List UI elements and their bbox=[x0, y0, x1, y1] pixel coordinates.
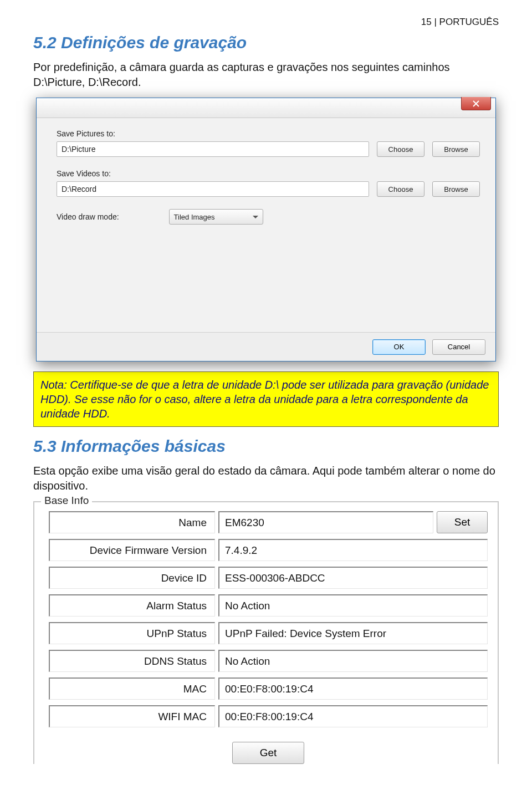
get-button[interactable]: Get bbox=[232, 742, 304, 764]
chevron-down-icon bbox=[253, 216, 258, 218]
save-pictures-label: Save Pictures to: bbox=[57, 129, 480, 138]
bi-label-mac: MAC bbox=[49, 677, 215, 700]
bi-label-wifimac: WIFI MAC bbox=[49, 705, 215, 727]
base-info-row-wifimac: WIFI MAC 00:E0:F8:00:19:C4 bbox=[49, 705, 488, 727]
save-videos-input[interactable]: D:\Record bbox=[57, 181, 369, 197]
set-button[interactable]: Set bbox=[437, 511, 488, 533]
bi-input-name[interactable] bbox=[218, 511, 433, 533]
video-draw-mode-label: Video draw mode: bbox=[57, 212, 119, 221]
base-info-legend: Base Info bbox=[41, 495, 92, 507]
base-info-row-alarm: Alarm Status No Action bbox=[49, 594, 488, 617]
close-icon bbox=[473, 100, 479, 107]
bi-label-deviceid: Device ID bbox=[49, 567, 215, 589]
base-info-row-upnp: UPnP Status UPnP Failed: Device System E… bbox=[49, 622, 488, 644]
note-box: Nota: Certifique-se de que a letra de un… bbox=[33, 371, 499, 427]
section-5-3-heading: 5.3 Informações básicas bbox=[33, 437, 499, 456]
bi-label-name: Name bbox=[49, 511, 215, 533]
base-info-row-mac: MAC 00:E0:F8:00:19:C4 bbox=[49, 677, 488, 700]
dialog-titlebar bbox=[37, 98, 495, 118]
video-draw-mode-value: Tiled Images bbox=[174, 213, 215, 221]
bi-label-firmware: Device Firmware Version bbox=[49, 539, 215, 561]
choose-pictures-button[interactable]: Choose bbox=[377, 141, 424, 157]
section-5-2-heading: 5.2 Definições de gravação bbox=[33, 33, 499, 52]
base-info-panel: Base Info Name Set Device Firmware Versi… bbox=[33, 501, 499, 764]
section-5-2-intro: Por predefinição, a câmara guarda as cap… bbox=[33, 60, 499, 90]
bi-value-alarm: No Action bbox=[218, 594, 488, 617]
browse-videos-button[interactable]: Browse bbox=[432, 181, 480, 197]
save-paths-dialog: Save Pictures to: D:\Picture Choose Brow… bbox=[36, 98, 496, 361]
base-info-row-deviceid: Device ID ESS-000306-ABDCC bbox=[49, 567, 488, 589]
save-pictures-input[interactable]: D:\Picture bbox=[57, 141, 369, 157]
bi-label-upnp: UPnP Status bbox=[49, 622, 215, 644]
bi-value-wifimac: 00:E0:F8:00:19:C4 bbox=[218, 705, 488, 727]
bi-value-firmware: 7.4.9.2 bbox=[218, 539, 488, 561]
bi-label-alarm: Alarm Status bbox=[49, 594, 215, 617]
bi-value-mac: 00:E0:F8:00:19:C4 bbox=[218, 677, 488, 700]
section-5-3-intro: Esta opção exibe uma visão geral do esta… bbox=[33, 463, 499, 493]
bi-value-ddns: No Action bbox=[218, 650, 488, 672]
cancel-button[interactable]: Cancel bbox=[432, 339, 485, 355]
ok-button[interactable]: OK bbox=[372, 339, 426, 355]
base-info-row-ddns: DDNS Status No Action bbox=[49, 650, 488, 672]
save-videos-label: Save Videos to: bbox=[57, 169, 480, 178]
choose-videos-button[interactable]: Choose bbox=[377, 181, 424, 197]
base-info-row-firmware: Device Firmware Version 7.4.9.2 bbox=[49, 539, 488, 561]
base-info-row-name: Name Set bbox=[49, 511, 488, 533]
bi-label-ddns: DDNS Status bbox=[49, 650, 215, 672]
bi-value-deviceid: ESS-000306-ABDCC bbox=[218, 567, 488, 589]
browse-pictures-button[interactable]: Browse bbox=[432, 141, 480, 157]
close-button[interactable] bbox=[461, 97, 491, 110]
video-draw-mode-dropdown[interactable]: Tiled Images bbox=[169, 209, 263, 225]
page-header: 15 | PORTUGUÊS bbox=[33, 17, 499, 28]
bi-value-upnp: UPnP Failed: Device System Error bbox=[218, 622, 488, 644]
